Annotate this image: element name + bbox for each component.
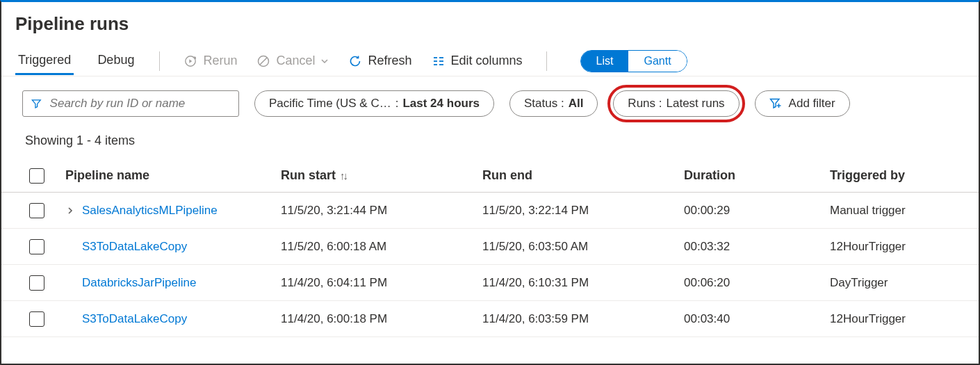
row-checkbox[interactable] <box>29 203 44 218</box>
cancel-label: Cancel <box>276 54 315 68</box>
cell-duration: 00:03:40 <box>684 312 830 326</box>
toolbar-divider <box>159 51 160 71</box>
cell-run-end: 11/4/20, 6:10:31 PM <box>482 276 684 290</box>
pipeline-name-link[interactable]: SalesAnalyticsMLPipeline <box>82 204 218 218</box>
sort-icon: ↑↓ <box>340 170 346 181</box>
cell-run-start: 11/5/20, 3:21:44 PM <box>281 204 482 218</box>
time-filter-value: Last 24 hours <box>402 97 480 111</box>
expand-chevron-icon[interactable] <box>65 206 75 215</box>
row-checkbox[interactable] <box>29 275 44 291</box>
search-box[interactable] <box>22 90 239 117</box>
filter-icon <box>31 98 42 109</box>
cell-duration: 00:00:29 <box>684 204 830 218</box>
cell-run-start: 11/5/20, 6:00:18 AM <box>281 240 482 254</box>
status-filter-label: Status : <box>524 97 564 111</box>
toolbar-divider-2 <box>546 51 547 71</box>
view-gantt-button[interactable]: Gantt <box>628 51 686 72</box>
cell-run-start: 11/4/20, 6:04:11 PM <box>281 276 482 290</box>
time-filter-pill[interactable]: Pacific Time (US & C… : Last 24 hours <box>254 90 494 117</box>
cell-run-end: 11/5/20, 3:22:14 PM <box>482 204 684 218</box>
runs-filter-value: Latest runs <box>667 97 725 111</box>
runs-filter-pill[interactable]: Runs : Latest runs <box>613 90 739 117</box>
chevron-down-icon <box>320 57 329 65</box>
row-checkbox[interactable] <box>29 239 44 254</box>
cancel-button[interactable]: Cancel <box>248 51 337 71</box>
runs-filter-label: Runs : <box>628 97 662 111</box>
refresh-label: Refresh <box>368 54 411 68</box>
search-input[interactable] <box>49 96 230 111</box>
view-list-button[interactable]: List <box>581 51 629 72</box>
pipeline-name-link[interactable]: S3ToDataLakeCopy <box>82 312 187 326</box>
cell-triggered-by: Manual trigger <box>830 204 958 218</box>
col-header-duration[interactable]: Duration <box>684 168 830 183</box>
cell-triggered-by: DayTrigger <box>830 276 958 290</box>
tab-toolbar-row: Triggered Debug Rerun Cancel <box>1 46 979 76</box>
view-toggle: List Gantt <box>580 50 687 72</box>
col-header-triggered-by[interactable]: Triggered by <box>830 168 958 183</box>
cell-run-end: 11/5/20, 6:03:50 AM <box>482 240 684 254</box>
pipeline-name-link[interactable]: S3ToDataLakeCopy <box>82 240 187 254</box>
results-count: Showing 1 - 4 items <box>1 125 979 159</box>
cell-triggered-by: 12HourTrigger <box>830 312 958 326</box>
cancel-icon <box>256 54 270 68</box>
select-all-checkbox[interactable] <box>29 168 44 184</box>
col-header-name[interactable]: Pipeline name <box>65 168 281 183</box>
cell-run-end: 11/4/20, 6:03:59 PM <box>482 312 684 326</box>
edit-columns-label: Edit columns <box>451 54 523 68</box>
time-filter-sep: : <box>395 97 399 111</box>
add-filter-label: Add filter <box>789 97 835 111</box>
cell-duration: 00:06:20 <box>684 276 830 290</box>
refresh-button[interactable]: Refresh <box>340 51 420 71</box>
svg-line-2 <box>260 57 268 65</box>
table-row: DatabricksJarPipeline 11/4/20, 6:04:11 P… <box>1 265 979 301</box>
time-filter-label: Pacific Time (US & C… <box>269 97 391 111</box>
pipeline-name-link[interactable]: DatabricksJarPipeline <box>82 276 196 290</box>
col-header-run-end[interactable]: Run end <box>482 168 684 183</box>
col-header-run-start[interactable]: Run start ↑↓ <box>281 168 482 183</box>
tab-debug[interactable]: Debug <box>95 47 144 74</box>
row-checkbox[interactable] <box>29 311 44 327</box>
page-title: Pipeline runs <box>1 2 979 46</box>
runs-table: Pipeline name Run start ↑↓ Run end Durat… <box>1 159 979 337</box>
cell-duration: 00:03:32 <box>684 240 830 254</box>
status-filter-value: All <box>569 97 584 111</box>
refresh-icon <box>348 54 362 68</box>
table-header: Pipeline name Run start ↑↓ Run end Durat… <box>1 159 979 193</box>
rerun-label: Rerun <box>203 54 237 68</box>
add-filter-icon <box>769 97 782 110</box>
pipeline-runs-pane: Pipeline runs Triggered Debug Rerun Canc… <box>0 0 980 365</box>
rerun-button[interactable]: Rerun <box>175 51 245 71</box>
edit-columns-button[interactable]: Edit columns <box>423 51 531 71</box>
cell-triggered-by: 12HourTrigger <box>830 240 958 254</box>
rerun-icon <box>183 54 197 68</box>
filter-row: Pacific Time (US & C… : Last 24 hours St… <box>1 76 979 125</box>
status-filter-pill[interactable]: Status : All <box>509 90 598 117</box>
cell-run-start: 11/4/20, 6:00:18 PM <box>281 312 482 326</box>
table-row: S3ToDataLakeCopy 11/5/20, 6:00:18 AM 11/… <box>1 229 979 265</box>
table-row: SalesAnalyticsMLPipeline 11/5/20, 3:21:4… <box>1 193 979 229</box>
add-filter-button[interactable]: Add filter <box>755 90 850 117</box>
table-row: S3ToDataLakeCopy 11/4/20, 6:00:18 PM 11/… <box>1 301 979 337</box>
edit-columns-icon <box>432 54 446 68</box>
tab-triggered[interactable]: Triggered <box>15 47 81 74</box>
